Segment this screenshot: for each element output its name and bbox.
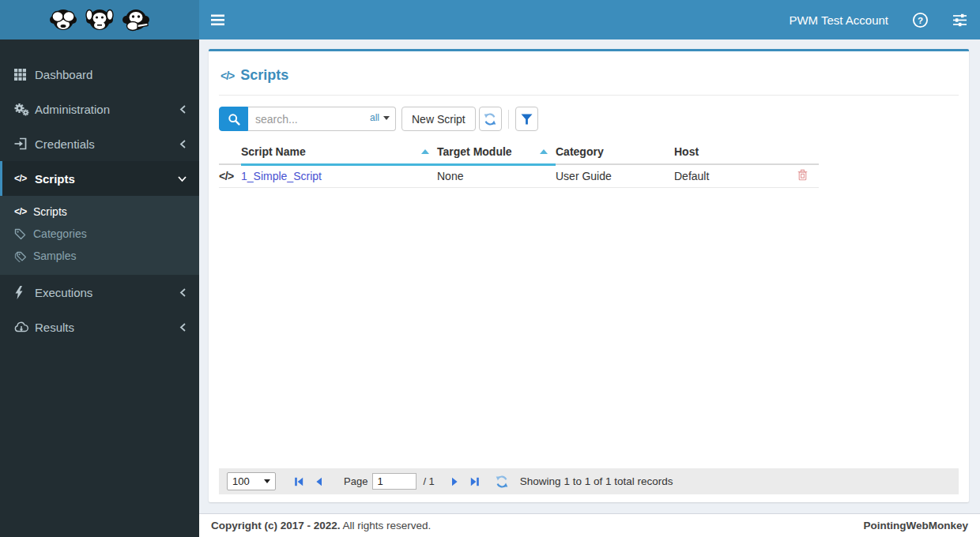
chevron-left-icon (179, 104, 187, 115)
column-header-script-name[interactable]: Script Name (241, 141, 437, 164)
submenu-item-scripts[interactable]: </> Scripts (0, 201, 199, 223)
table-row: </> 1_Simple_Script None User Guide Defa… (219, 164, 819, 188)
column-label: Category (556, 145, 604, 158)
copyright-text: Copyright (c) 2017 - 2022. All rights re… (211, 520, 431, 531)
filter-funnel-icon (521, 114, 533, 125)
hamburger-icon (211, 14, 224, 26)
column-row-icon (219, 141, 241, 164)
column-label: Target Module (437, 145, 512, 158)
sign-in-icon (14, 137, 35, 150)
toolbar-divider (508, 110, 509, 129)
sidebar-item-scripts[interactable]: </> Scripts (0, 161, 199, 196)
sidebar-item-administration[interactable]: Administration (0, 92, 199, 126)
cell-host: Default (674, 164, 789, 188)
total-pages-label: / 1 (423, 475, 434, 487)
page-size-select-wrap: 100 (227, 472, 276, 490)
top-header: PWM Test Account ? (0, 0, 980, 39)
new-script-button[interactable]: New Script (401, 107, 476, 131)
refresh-button[interactable] (479, 107, 502, 131)
page-title-text: Scripts (240, 67, 288, 84)
toolbar: all New Script (219, 107, 959, 131)
submenu-item-label: Scripts (33, 205, 67, 218)
column-header-actions (789, 141, 819, 164)
search-button[interactable] (219, 107, 248, 131)
page-size-select[interactable]: 100 (227, 472, 276, 490)
chevron-down-icon (177, 175, 187, 183)
trash-icon (797, 169, 808, 181)
column-label: Script Name (241, 145, 306, 158)
cell-category: User Guide (556, 164, 674, 188)
code-icon: </> (14, 206, 33, 217)
cell-target-module: None (437, 164, 556, 188)
search-scope-dropdown[interactable]: all (370, 112, 390, 123)
page-label: Page (344, 475, 368, 487)
code-icon: </> (220, 69, 234, 82)
submenu-item-label: Samples (33, 250, 76, 262)
sidebar-item-dashboard[interactable]: Dashboard (0, 57, 199, 92)
tag-icon (14, 228, 33, 240)
script-code-icon: </> (219, 164, 241, 188)
sidebar-toggle-button[interactable] (211, 0, 243, 39)
sidebar-item-credentials[interactable]: Credentials (0, 126, 199, 161)
chevron-left-icon (179, 139, 187, 149)
page-number-input[interactable] (372, 473, 416, 490)
help-button[interactable]: ? (912, 12, 929, 28)
table-empty-area (219, 188, 959, 468)
question-circle-icon: ? (912, 12, 929, 28)
sidebar: Dashboard Administration (0, 39, 199, 537)
pagination-bar: 100 Page / 1 (219, 468, 959, 494)
svg-text:?: ? (918, 15, 923, 24)
chevron-left-icon (179, 287, 187, 298)
script-name-link[interactable]: 1_Simple_Script (241, 170, 322, 182)
last-page-icon (469, 476, 481, 487)
column-header-host[interactable]: Host (674, 141, 789, 164)
records-summary: Showing 1 to 1 of 1 total records (520, 475, 673, 487)
sidebar-item-label: Dashboard (35, 68, 187, 81)
sidebar-item-label: Executions (35, 286, 179, 299)
next-page-button[interactable] (444, 471, 465, 492)
app-logo[interactable] (0, 0, 199, 39)
search-group: all (219, 107, 396, 131)
copyright-years: Copyright (c) 2017 - 2022. (211, 520, 341, 531)
account-menu[interactable]: PWM Test Account (789, 13, 888, 27)
main-content: </> Scripts all New S (199, 39, 980, 513)
pagination-refresh-button[interactable] (492, 471, 512, 492)
delete-script-button[interactable] (797, 169, 808, 181)
tags-icon (14, 250, 33, 262)
navbar: PWM Test Account ? (199, 0, 980, 39)
filter-button[interactable] (515, 107, 538, 131)
page-footer: Copyright (c) 2017 - 2022. All rights re… (199, 513, 980, 537)
sidebar-item-label: Administration (35, 103, 179, 116)
sidebar-item-label: Credentials (35, 137, 179, 151)
gears-icon (14, 103, 35, 116)
next-page-icon (449, 476, 460, 487)
submenu-item-label: Categories (33, 227, 87, 240)
brand-name: PointingWebMonkey (863, 520, 968, 531)
copyright-rights: All rights reserved. (341, 520, 432, 531)
sort-ascending-icon (421, 149, 429, 154)
last-page-button[interactable] (465, 471, 485, 492)
table-header-row: Script Name Target Module Category Host (219, 141, 819, 164)
previous-page-button[interactable] (309, 471, 330, 492)
first-page-button[interactable] (288, 471, 309, 492)
submenu-item-categories[interactable]: Categories (0, 223, 199, 245)
bolt-icon (14, 286, 35, 299)
cloud-download-icon (14, 321, 35, 333)
sidebar-item-label: Scripts (35, 172, 177, 186)
scripts-submenu: </> Scripts Categories (0, 196, 199, 275)
search-icon (228, 113, 240, 126)
sidebar-item-executions[interactable]: Executions (0, 275, 199, 310)
sidebar-item-results[interactable]: Results (0, 310, 199, 344)
column-header-category[interactable]: Category (556, 141, 674, 164)
settings-button[interactable] (952, 13, 967, 27)
column-header-target-module[interactable]: Target Module (437, 141, 556, 164)
dashboard-grid-icon (14, 69, 35, 81)
column-label: Host (674, 145, 699, 158)
search-scope-value: all (370, 112, 379, 123)
first-page-icon (293, 476, 304, 487)
sidebar-item-label: Results (35, 321, 179, 334)
sort-ascending-icon (540, 149, 548, 154)
sliders-icon (952, 13, 967, 27)
submenu-item-samples[interactable]: Samples (0, 245, 199, 267)
scripts-table: Script Name Target Module Category Host (219, 141, 819, 188)
